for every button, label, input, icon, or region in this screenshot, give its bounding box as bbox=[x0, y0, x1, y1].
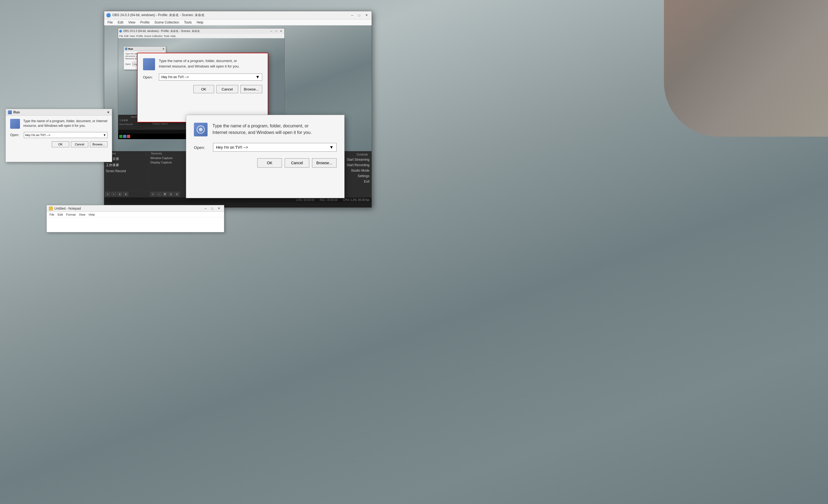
obs-menu-tools[interactable]: Tools bbox=[182, 20, 194, 25]
run-small-icon bbox=[8, 110, 12, 114]
run-dialog-large-body: Type the name of a program, folder, docu… bbox=[186, 115, 344, 172]
run-dialog-small-titlebar: Run ✕ bbox=[6, 109, 112, 116]
run-dialog-small-title-text: Run bbox=[13, 110, 20, 114]
run-dialog-small-description: Type the name of a program, folder, docu… bbox=[23, 119, 108, 128]
obs-nested-run-icon bbox=[143, 58, 155, 70]
notepad-content-area[interactable] bbox=[47, 217, 224, 231]
obs-menu-edit[interactable]: Edit bbox=[115, 20, 126, 25]
obs-inner-run-title-left: Run bbox=[125, 48, 133, 50]
obs-title-left: OBS 24.0.3 (64-bit, windows) - Profile: … bbox=[107, 13, 205, 17]
obs-inner-run-title-text: Run bbox=[128, 48, 133, 50]
run-dialog-large-ok-button[interactable]: OK bbox=[257, 158, 282, 168]
scenes-panel-arrow: ⋮ bbox=[144, 152, 148, 155]
source-display-label: Display Capture bbox=[151, 161, 172, 164]
notepad-close-button[interactable]: ✕ bbox=[216, 206, 222, 211]
sources-up-button[interactable]: ∧ bbox=[168, 192, 173, 196]
scenes-up-button[interactable]: ∧ bbox=[117, 192, 122, 196]
obs-inner-menu-help[interactable]: Help bbox=[170, 35, 175, 38]
obs-nested-run-input[interactable]: Hey I'm on TV!! --> ▼ bbox=[159, 74, 262, 81]
notepad-menu-format[interactable]: Format bbox=[65, 212, 77, 217]
obs-nested-run-open-row: Open: Hey I'm on TV!! --> ▼ bbox=[137, 74, 268, 85]
obs-inner-menu-profile[interactable]: Profile bbox=[136, 35, 143, 38]
obs-inner-menu-scene[interactable]: Scene Collection bbox=[144, 35, 163, 38]
sources-down-button[interactable]: ∨ bbox=[174, 192, 179, 196]
run-small-ok-button[interactable]: OK bbox=[52, 141, 69, 147]
obs-title-controls: ─ □ ✕ bbox=[349, 13, 369, 18]
notepad-maximize-button[interactable]: □ bbox=[209, 206, 215, 211]
sources-add-button[interactable]: + bbox=[151, 192, 155, 196]
obs-nested-browse-button[interactable]: Browse... bbox=[240, 85, 262, 93]
controls-panel-title: Controls bbox=[357, 153, 368, 156]
obs-menu-help[interactable]: Help bbox=[195, 20, 206, 25]
obs-menu-view[interactable]: View bbox=[126, 20, 137, 25]
run-dialog-small-open-label: Open: bbox=[10, 133, 22, 137]
run-dialog-large-input-value: Hey I'm on TV!! --> bbox=[216, 145, 248, 149]
obs-inner-menu-view[interactable]: View bbox=[130, 35, 135, 38]
obs-nested-run-input-value: Hey I'm on TV!! --> bbox=[161, 75, 189, 79]
obs-inner-run-open-label: Open: bbox=[125, 63, 131, 65]
run-dialog-large: Type the name of a program, folder, docu… bbox=[186, 115, 344, 198]
obs-nested-ok-button[interactable]: OK bbox=[193, 85, 214, 93]
scenes-add-button[interactable]: + bbox=[105, 192, 110, 196]
run-small-cancel-button[interactable]: Cancel bbox=[71, 141, 88, 147]
background-person bbox=[664, 0, 828, 137]
obs-nested-run-description: Type the name of a program, folder, docu… bbox=[159, 58, 240, 69]
scenes-panel-footer: + − ∧ ∨ bbox=[104, 191, 149, 197]
obs-nested-run-buttons: OK Cancel Browse... bbox=[137, 85, 268, 98]
obs-nested-cancel-button[interactable]: Cancel bbox=[216, 85, 238, 93]
obs-menu-scene-collection[interactable]: Scene Collection bbox=[152, 20, 181, 25]
notepad-minimize-button[interactable]: ─ bbox=[203, 206, 209, 211]
run-dialog-large-open-row: Open: Hey I'm on TV!! --> ▼ bbox=[194, 143, 337, 152]
obs-minimize-button[interactable]: ─ bbox=[349, 13, 355, 18]
sources-settings-button[interactable]: ⚙ bbox=[162, 192, 167, 196]
obs-inner-close[interactable]: ✕ bbox=[279, 29, 283, 33]
obs-close-button[interactable]: ✕ bbox=[363, 13, 369, 18]
run-dialog-small-buttons: OK Cancel Browse... bbox=[10, 141, 108, 147]
scenes-remove-button[interactable]: − bbox=[111, 192, 116, 196]
notepad-menubar: File Edit Format View Help bbox=[47, 212, 224, 217]
run-small-browse-button[interactable]: Browse... bbox=[90, 141, 108, 147]
run-dialog-large-icon-inner bbox=[197, 126, 205, 134]
obs-maximize-button[interactable]: □ bbox=[356, 13, 362, 18]
obs-inner-run-close[interactable]: ✕ bbox=[162, 48, 165, 50]
obs-inner-menu-tools[interactable]: Tools bbox=[164, 35, 169, 38]
notepad-title-text: Untitled - Notepad bbox=[54, 207, 81, 211]
obs-inner-app-icon bbox=[119, 30, 122, 33]
obs-live-status: LIVE: 00:00:00 bbox=[296, 198, 314, 201]
run-dialog-small-input[interactable]: Hey I'm on TV!! --> ▼ bbox=[24, 132, 108, 138]
sources-remove-button[interactable]: − bbox=[156, 192, 161, 196]
notepad-menu-help[interactable]: Help bbox=[87, 212, 96, 217]
run-dialog-small-close[interactable]: ✕ bbox=[107, 110, 110, 114]
run-dialog-large-description: Type the name of a program, folder, docu… bbox=[212, 123, 312, 136]
run-dialog-large-open-label: Open: bbox=[194, 145, 209, 150]
obs-rec-status: REC: 00:00:00 bbox=[320, 198, 338, 201]
scene-item-scren[interactable]: Scren Record bbox=[104, 168, 149, 174]
obs-menu-profile[interactable]: Profile bbox=[138, 20, 152, 25]
run-dialog-large-buttons: OK Cancel Browse... bbox=[194, 158, 337, 168]
obs-inner-maximize[interactable]: □ bbox=[274, 29, 278, 33]
obs-inner-minimize[interactable]: ─ bbox=[269, 29, 274, 33]
run-dialog-large-browse-button[interactable]: Browse... bbox=[312, 158, 337, 168]
obs-window-title: OBS 24.0.3 (64-bit, windows) - Profile: … bbox=[112, 13, 205, 17]
obs-inner-menubar: File Edit View Profile Scene Collection … bbox=[118, 34, 284, 38]
scenes-down-button[interactable]: ∨ bbox=[123, 192, 128, 196]
run-dialog-small-open-row: Open: Hey I'm on TV!! --> ▼ bbox=[10, 132, 108, 138]
run-dialog-large-input[interactable]: Hey I'm on TV!! --> ▼ bbox=[213, 143, 337, 152]
notepad-menu-file[interactable]: File bbox=[48, 212, 56, 217]
obs-app-icon bbox=[107, 13, 111, 17]
run-dialog-large-cancel-button[interactable]: Cancel bbox=[285, 158, 309, 168]
obs-inner-run-icon bbox=[125, 48, 127, 50]
run-dialog-small-input-value: Hey I'm on TV!! --> bbox=[25, 133, 50, 137]
obs-inner-menu-file[interactable]: File bbox=[119, 35, 123, 38]
obs-inner-title-text: OBS 24.0.3 (64-bit, windows) - Profile: … bbox=[123, 29, 200, 33]
run-dialog-small-chevron: ▼ bbox=[103, 133, 106, 137]
run-dialog-small-body: Type the name of a program, folder, docu… bbox=[6, 116, 112, 151]
scene-item-work[interactable]: 工作录屏 bbox=[104, 162, 149, 168]
obs-menu-file[interactable]: File bbox=[105, 20, 115, 25]
obs-inner-menu-edit[interactable]: Edit bbox=[124, 35, 129, 38]
notepad-window: Untitled - Notepad ─ □ ✕ File Edit Forma… bbox=[46, 205, 224, 232]
notepad-menu-edit[interactable]: Edit bbox=[56, 212, 65, 217]
notepad-menu-view[interactable]: View bbox=[77, 212, 87, 217]
obs-inner-controls: ─ □ ✕ bbox=[269, 29, 283, 33]
obs-nested-run-header: Type the name of a program, folder, docu… bbox=[137, 53, 268, 74]
